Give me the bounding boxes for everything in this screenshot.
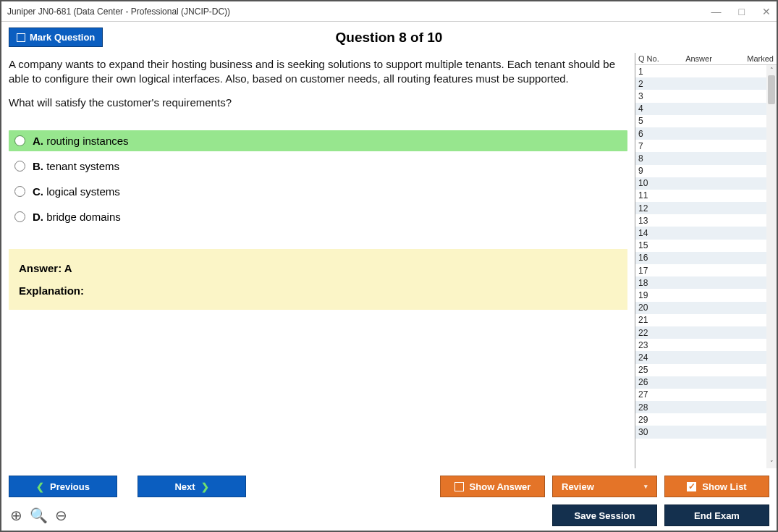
review-label: Review	[562, 481, 594, 492]
table-row[interactable]: 1	[635, 65, 766, 77]
side-rows: 1234567891011121314151617181920212223242…	[635, 65, 766, 468]
table-row[interactable]: 11	[635, 190, 766, 202]
qno-cell: 15	[638, 240, 667, 250]
table-row[interactable]: 14	[635, 227, 766, 239]
table-row[interactable]: 6	[635, 127, 766, 140]
next-label: Next	[174, 481, 195, 492]
radio-icon[interactable]	[14, 135, 25, 146]
previous-button[interactable]: ❮ Previous	[9, 476, 117, 497]
end-exam-button[interactable]: End Exam	[664, 504, 769, 526]
table-row[interactable]: 2	[635, 77, 766, 90]
table-row[interactable]: 10	[635, 177, 766, 190]
main-panel: A company wants to expand their hosting …	[1, 53, 635, 468]
qno-cell: 16	[638, 253, 667, 263]
option-b[interactable]: B. tenant systems	[9, 156, 627, 177]
option-text: A. routing instances	[33, 135, 129, 147]
table-row[interactable]: 29	[635, 413, 766, 426]
table-row[interactable]: 25	[635, 364, 766, 376]
table-row[interactable]: 20	[635, 302, 766, 314]
side-header: Q No. Answer Marked	[635, 53, 777, 65]
qno-cell: 13	[638, 216, 667, 226]
option-a[interactable]: A. routing instances	[9, 130, 627, 151]
table-row[interactable]: 24	[635, 351, 766, 363]
table-row[interactable]: 12	[635, 202, 766, 214]
mark-question-button[interactable]: Mark Question	[9, 28, 103, 47]
table-row[interactable]: 9	[635, 165, 766, 177]
explanation-label: Explanation:	[19, 284, 617, 297]
checkbox-checked-icon: ✓	[687, 482, 696, 491]
review-button[interactable]: Review ▾	[552, 476, 657, 497]
save-session-button[interactable]: Save Session	[552, 504, 657, 526]
qno-cell: 9	[638, 166, 667, 176]
table-row[interactable]: 27	[635, 389, 766, 401]
table-row[interactable]: 26	[635, 376, 766, 389]
header-row: Mark Question Question 8 of 10	[1, 22, 777, 53]
radio-icon[interactable]	[14, 186, 25, 197]
save-session-label: Save Session	[575, 510, 635, 521]
zoom-out-icon[interactable]: ⊖	[55, 507, 67, 524]
close-icon[interactable]: ✕	[762, 7, 771, 17]
table-row[interactable]: 19	[635, 289, 766, 301]
side-body: 1234567891011121314151617181920212223242…	[635, 65, 777, 468]
qno-cell: 24	[638, 352, 667, 363]
option-text: C. logical systems	[33, 185, 120, 198]
radio-icon[interactable]	[14, 211, 25, 222]
qno-cell: 7	[638, 141, 667, 151]
table-row[interactable]: 3	[635, 90, 766, 102]
scroll-thumb[interactable]	[768, 75, 775, 104]
table-row[interactable]: 7	[635, 140, 766, 152]
qno-cell: 2	[638, 79, 667, 89]
table-row[interactable]: 5	[635, 115, 766, 127]
show-answer-button[interactable]: Show Answer	[440, 476, 545, 497]
option-text: D. bridge domains	[33, 211, 121, 223]
question-text: A company wants to expand their hosting …	[9, 57, 627, 119]
mark-question-label: Mark Question	[30, 32, 95, 43]
zoom-in-icon[interactable]: ⊕	[10, 507, 22, 524]
table-row[interactable]: 17	[635, 264, 766, 276]
qno-cell: 30	[638, 427, 667, 437]
end-exam-label: End Exam	[694, 510, 740, 521]
option-d[interactable]: D. bridge domains	[9, 206, 627, 227]
qno-cell: 14	[638, 228, 667, 238]
chevron-right-icon: ❯	[201, 481, 209, 492]
chevron-down-icon: ▾	[644, 483, 648, 490]
zoom-reset-icon[interactable]: 🔍	[30, 507, 48, 524]
option-c[interactable]: C. logical systems	[9, 181, 627, 202]
table-row[interactable]: 18	[635, 276, 766, 289]
qno-cell: 4	[638, 104, 667, 114]
qno-cell: 5	[638, 116, 667, 126]
checkbox-icon	[17, 33, 25, 42]
zoom-controls: ⊕ 🔍 ⊖	[9, 507, 69, 524]
qno-cell: 26	[638, 377, 667, 387]
next-button[interactable]: Next ❯	[138, 476, 246, 497]
scroll-down-icon[interactable]: ˅	[766, 458, 777, 468]
qno-cell: 27	[638, 389, 667, 400]
qno-cell: 10	[638, 178, 667, 188]
table-row[interactable]: 15	[635, 240, 766, 252]
col-qno-header: Q No.	[638, 54, 667, 63]
footer: ❮ Previous Next ❯ Show Answer Review ▾ ✓…	[1, 468, 777, 531]
side-scrollbar[interactable]: ˄ ˅	[766, 65, 777, 468]
table-row[interactable]: 23	[635, 339, 766, 351]
qno-cell: 23	[638, 340, 667, 350]
col-answer-header: Answer	[667, 54, 730, 63]
qno-cell: 18	[638, 278, 667, 288]
table-row[interactable]: 30	[635, 426, 766, 438]
scroll-up-icon[interactable]: ˄	[766, 65, 777, 75]
checkbox-icon	[454, 482, 464, 491]
maximize-icon[interactable]: □	[739, 7, 745, 17]
table-row[interactable]: 28	[635, 401, 766, 413]
answer-block: Answer: A Explanation:	[9, 249, 627, 310]
question-para-2: What will satisfy the customer's require…	[9, 96, 627, 110]
table-row[interactable]: 4	[635, 103, 766, 115]
table-row[interactable]: 13	[635, 214, 766, 227]
qno-cell: 1	[638, 67, 667, 77]
table-row[interactable]: 8	[635, 152, 766, 164]
minimize-icon[interactable]: —	[711, 7, 722, 17]
table-row[interactable]: 22	[635, 326, 766, 339]
show-list-button[interactable]: ✓ Show List	[664, 476, 769, 497]
table-row[interactable]: 16	[635, 252, 766, 264]
answer-line: Answer: A	[19, 262, 617, 274]
radio-icon[interactable]	[14, 161, 25, 172]
table-row[interactable]: 21	[635, 314, 766, 326]
